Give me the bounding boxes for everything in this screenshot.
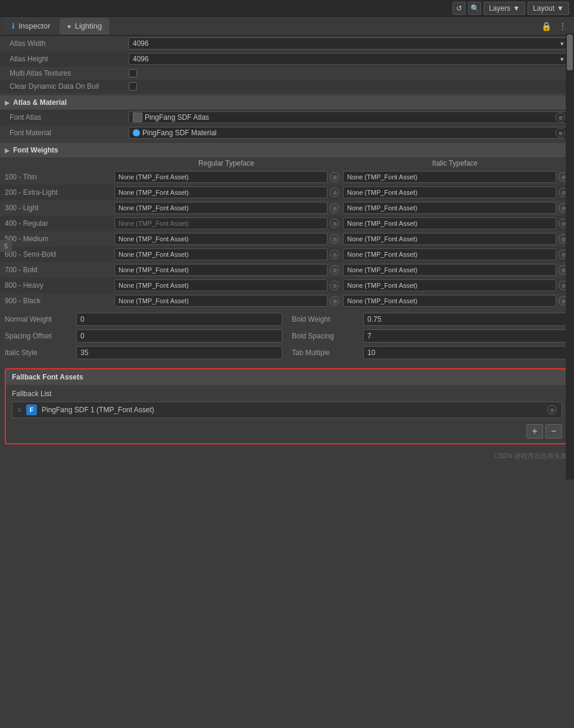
fw-italic-field-0[interactable]: None (TMP_Font Asset) bbox=[343, 171, 556, 183]
fw-italic-field-3[interactable]: None (TMP_Font Asset) bbox=[343, 217, 556, 229]
fw-row-6: 700 - Bold None (TMP_Font Asset) ◎ None … bbox=[0, 262, 574, 278]
fw-italic-field-6[interactable]: None (TMP_Font Asset) bbox=[343, 264, 556, 276]
atlas-height-row: Atlas Height 4096 ▼ bbox=[0, 51, 574, 67]
fw-italic-wrap-1: None (TMP_Font Asset) ◎ bbox=[342, 186, 568, 199]
font-atlas-circle-btn[interactable]: ◎ bbox=[556, 113, 565, 122]
fw-regular-field-3[interactable]: None (TMP_Font Asset) bbox=[114, 217, 327, 229]
font-material-circle-btn[interactable]: ◎ bbox=[556, 128, 565, 138]
clear-dynamic-checkbox[interactable] bbox=[129, 82, 137, 91]
normal-weight-row: Normal Weight bbox=[0, 311, 287, 328]
fw-regular-field-2[interactable]: None (TMP_Font Asset) bbox=[114, 202, 327, 214]
fw-regular-field-5[interactable]: None (TMP_Font Asset) bbox=[114, 248, 327, 260]
fw-regular-field-1[interactable]: None (TMP_Font Asset) bbox=[114, 186, 327, 198]
inspector-content: Atlas Width 4096 ▼ Atlas Height 4096 ▼ bbox=[0, 36, 574, 463]
fw-name-0: 100 - Thin bbox=[5, 173, 112, 181]
atlas-material-header[interactable]: ▶ Atlas & Material bbox=[0, 95, 574, 110]
fw-row-7: 800 - Heavy None (TMP_Font Asset) ◎ None… bbox=[0, 278, 574, 293]
normal-weight-input[interactable] bbox=[76, 313, 282, 326]
fw-italic-header: Italic Typeface bbox=[341, 159, 569, 167]
fw-regular-wrap-2: None (TMP_Font Asset) ◎ bbox=[113, 201, 339, 214]
fw-regular-field-8[interactable]: None (TMP_Font Asset) bbox=[114, 295, 327, 307]
fw-name-8: 900 - Black bbox=[5, 297, 112, 305]
fw-regular-circle-1[interactable]: ◎ bbox=[330, 188, 339, 197]
side-number: 5 bbox=[0, 240, 12, 252]
fallback-remove-button[interactable]: − bbox=[545, 424, 562, 438]
fw-regular-field-0[interactable]: None (TMP_Font Asset) bbox=[114, 171, 327, 183]
fw-italic-field-2[interactable]: None (TMP_Font Asset) bbox=[343, 202, 556, 214]
spacing-offset-input[interactable] bbox=[76, 329, 282, 343]
fw-regular-header: Regular Typeface bbox=[112, 159, 341, 167]
fallback-item-circle-0[interactable]: ◎ bbox=[547, 405, 557, 415]
tab-multiple-input[interactable] bbox=[363, 346, 569, 359]
scrollbar-thumb[interactable] bbox=[567, 35, 573, 70]
fw-row-0: 100 - Thin None (TMP_Font Asset) ◎ None … bbox=[0, 169, 574, 185]
fw-regular-field-6[interactable]: None (TMP_Font Asset) bbox=[114, 264, 327, 276]
layers-dropdown[interactable]: Layers ▼ bbox=[483, 2, 525, 15]
fw-italic-wrap-8: None (TMP_Font Asset) ◎ bbox=[342, 294, 568, 307]
italic-style-input[interactable] bbox=[76, 346, 282, 359]
fw-regular-field-7[interactable]: None (TMP_Font Asset) bbox=[114, 279, 327, 291]
bold-weight-row: Bold Weight bbox=[287, 311, 574, 328]
fw-name-7: 800 - Heavy bbox=[5, 281, 112, 290]
layout-dropdown-arrow: ▼ bbox=[557, 4, 564, 13]
bold-weight-input[interactable] bbox=[363, 313, 569, 326]
lock-icon[interactable]: 🔒 bbox=[539, 20, 553, 33]
fallback-add-button[interactable]: + bbox=[526, 424, 543, 438]
atlas-width-dropdown[interactable]: 4096 ▼ bbox=[129, 38, 569, 49]
clear-dynamic-label: Clear Dynamic Data On Buil bbox=[10, 82, 129, 91]
fallback-item-0[interactable]: ≡ F PingFang SDF 1 (TMP_Font Asset) ◎ bbox=[12, 402, 562, 418]
layers-dropdown-arrow: ▼ bbox=[513, 4, 520, 13]
fallback-drag-handle-0[interactable]: ≡ bbox=[17, 406, 21, 414]
atlas-height-dropdown[interactable]: 4096 ▼ bbox=[129, 53, 569, 65]
layout-dropdown[interactable]: Layout ▼ bbox=[528, 2, 569, 15]
fw-row-3: 400 - Regular None (TMP_Font Asset) ◎ No… bbox=[0, 216, 574, 231]
font-atlas-dropdown[interactable]: PingFang SDF Atlas ◎ bbox=[129, 111, 569, 123]
fw-regular-wrap-0: None (TMP_Font Asset) ◎ bbox=[113, 170, 339, 183]
font-weights-header[interactable]: ▶ Font Weights bbox=[0, 143, 574, 157]
search-icon[interactable]: 🔍 bbox=[468, 2, 481, 15]
fw-regular-wrap-5: None (TMP_Font Asset) ◎ bbox=[113, 248, 339, 261]
fw-name-1: 200 - Extra-Light bbox=[5, 188, 112, 197]
fw-regular-circle-5[interactable]: ◎ bbox=[330, 250, 339, 259]
watermark: CSDN @程序员也有头发 bbox=[0, 449, 574, 463]
fw-regular-circle-3[interactable]: ◎ bbox=[330, 219, 339, 228]
multi-atlas-checkbox[interactable] bbox=[129, 69, 137, 77]
atlas-width-value-wrap: 4096 ▼ bbox=[129, 38, 569, 49]
fw-italic-field-4[interactable]: None (TMP_Font Asset) bbox=[343, 233, 556, 245]
more-icon[interactable]: ⋮ bbox=[556, 20, 569, 33]
fw-regular-circle-6[interactable]: ◎ bbox=[330, 265, 339, 275]
font-material-value-wrap: PingFang SDF Material ◎ bbox=[129, 127, 569, 139]
fallback-item-icon-0: F bbox=[26, 405, 37, 415]
font-material-label: Font Material bbox=[10, 129, 129, 137]
fw-regular-circle-2[interactable]: ◎ bbox=[330, 203, 339, 213]
fw-regular-circle-4[interactable]: ◎ bbox=[330, 234, 339, 244]
clear-dynamic-value bbox=[129, 82, 569, 91]
font-material-row: Font Material PingFang SDF Material ◎ bbox=[0, 125, 574, 141]
fw-regular-field-4[interactable]: None (TMP_Font Asset) bbox=[114, 233, 327, 245]
atlas-width-row: Atlas Width 4096 ▼ bbox=[0, 36, 574, 51]
multi-atlas-row: Multi Atlas Textures bbox=[0, 67, 574, 80]
tab-icons: 🔒 ⋮ bbox=[539, 20, 569, 33]
history-icon[interactable]: ↺ bbox=[453, 2, 466, 15]
fw-regular-circle-8[interactable]: ◎ bbox=[330, 296, 339, 306]
scrollbar-track[interactable] bbox=[566, 33, 574, 480]
fw-italic-field-5[interactable]: None (TMP_Font Asset) bbox=[343, 248, 556, 260]
font-material-dropdown[interactable]: PingFang SDF Material ◎ bbox=[129, 127, 569, 139]
fw-regular-circle-7[interactable]: ◎ bbox=[330, 281, 339, 290]
tab-lighting[interactable]: ● Lighting bbox=[60, 18, 109, 35]
font-atlas-thumb bbox=[133, 113, 142, 122]
fw-italic-wrap-5: None (TMP_Font Asset) ◎ bbox=[342, 248, 568, 261]
font-atlas-value-wrap: PingFang SDF Atlas ◎ bbox=[129, 111, 569, 123]
fw-regular-circle-0[interactable]: ◎ bbox=[330, 172, 339, 182]
fw-regular-wrap-1: None (TMP_Font Asset) ◎ bbox=[113, 186, 339, 199]
fw-italic-field-7[interactable]: None (TMP_Font Asset) bbox=[343, 279, 556, 291]
atlas-width-arrow: ▼ bbox=[559, 41, 565, 47]
bold-spacing-row: Bold Spacing bbox=[287, 328, 574, 344]
clear-dynamic-row: Clear Dynamic Data On Buil bbox=[0, 80, 574, 93]
bold-spacing-input[interactable] bbox=[363, 329, 569, 343]
tab-inspector[interactable]: ℹ Inspector bbox=[5, 18, 57, 35]
fw-italic-wrap-0: None (TMP_Font Asset) ◎ bbox=[342, 170, 568, 183]
bold-spacing-label: Bold Spacing bbox=[292, 332, 363, 340]
fw-italic-field-8[interactable]: None (TMP_Font Asset) bbox=[343, 295, 556, 307]
fw-italic-field-1[interactable]: None (TMP_Font Asset) bbox=[343, 186, 556, 198]
